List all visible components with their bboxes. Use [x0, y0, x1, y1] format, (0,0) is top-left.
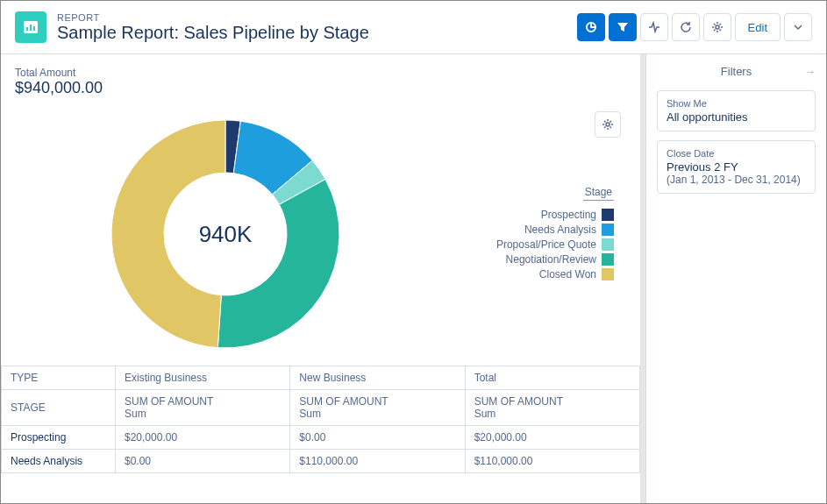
- settings-button[interactable]: [703, 13, 731, 41]
- legend-item: Closed Won: [383, 268, 614, 280]
- measure-header: SUM OF AMOUNTSum: [116, 390, 290, 426]
- stage-header: STAGE: [2, 390, 116, 426]
- filter-toggle-button[interactable]: [609, 13, 637, 41]
- more-actions-button[interactable]: [784, 13, 812, 41]
- legend-title: Stage: [583, 186, 614, 201]
- svg-point-6: [606, 123, 610, 126]
- refresh-button[interactable]: [672, 13, 700, 41]
- col-total[interactable]: Total: [465, 366, 639, 390]
- measure-header: SUM OF AMOUNTSum: [465, 390, 639, 426]
- total-amount-label: Total Amount: [15, 67, 626, 79]
- chevron-down-icon: [794, 23, 802, 32]
- gear-icon: [711, 21, 724, 33]
- report-main: Total Amount $940,000.00 940K Stage Pros…: [1, 54, 645, 504]
- legend-item: Negotiation/Review: [383, 253, 614, 266]
- filter-value: Previous 2 FY: [667, 160, 806, 174]
- edit-button[interactable]: Edit: [735, 13, 781, 41]
- filter-label: Show Me: [667, 98, 806, 109]
- report-title: Sample Report: Sales Pipeline by Stage: [57, 23, 577, 43]
- table-row[interactable]: Prospecting$20,000.00$0.00$20,000.00: [2, 426, 640, 450]
- svg-rect-2: [30, 25, 32, 31]
- report-header: REPORT Sample Report: Sales Pipeline by …: [1, 1, 826, 54]
- chart-toggle-button[interactable]: [577, 13, 605, 41]
- filters-panel: Filters → Show Me All opportunities Clos…: [645, 54, 826, 504]
- legend-item: Needs Analysis: [383, 224, 614, 236]
- filter-subvalue: (Jan 1, 2013 - Dec 31, 2014): [667, 174, 806, 186]
- svg-point-5: [716, 25, 719, 29]
- col-new[interactable]: New Business: [290, 366, 465, 390]
- svg-rect-1: [26, 27, 28, 31]
- type-header: TYPE: [2, 366, 116, 390]
- legend-item: Prospecting: [383, 209, 614, 221]
- report-overline: REPORT: [57, 12, 577, 23]
- total-amount-value: $940,000.00: [15, 79, 626, 97]
- svg-rect-3: [33, 26, 35, 31]
- activity-button[interactable]: [640, 13, 668, 41]
- report-icon: [15, 11, 46, 43]
- donut-chart: 940K: [94, 103, 357, 366]
- report-table: TYPE Existing Business New Business Tota…: [1, 366, 640, 473]
- filter-label: Close Date: [667, 148, 806, 159]
- gear-icon: [602, 118, 614, 131]
- table-row[interactable]: Needs Analysis$0.00$110,000.00$110,000.0…: [2, 450, 640, 473]
- chart-settings-button[interactable]: [595, 111, 621, 138]
- col-existing[interactable]: Existing Business: [116, 366, 290, 390]
- chart-legend: Stage ProspectingNeeds AnalysisProposal/…: [383, 186, 626, 283]
- legend-item: Proposal/Price Quote: [383, 238, 614, 251]
- filter-show-me[interactable]: Show Me All opportunities: [657, 90, 816, 131]
- filter-value: All opportunities: [667, 110, 806, 124]
- measure-header: SUM OF AMOUNTSum: [290, 390, 465, 426]
- filters-title: Filters: [721, 65, 752, 78]
- filter-close-date[interactable]: Close Date Previous 2 FY (Jan 1, 2013 - …: [657, 140, 816, 194]
- collapse-filters-icon[interactable]: →: [804, 65, 816, 78]
- donut-center-value: 940K: [94, 103, 357, 366]
